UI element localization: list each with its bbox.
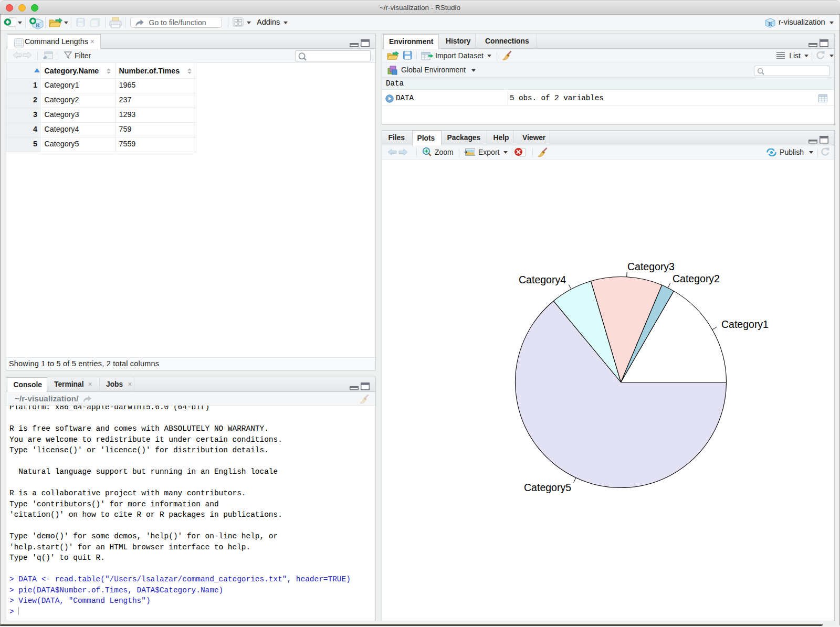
svg-text:R: R xyxy=(768,21,772,27)
svg-text:Category3: Category3 xyxy=(627,261,675,272)
svg-text:Category5: Category5 xyxy=(524,482,571,493)
svg-text:Category1: Category1 xyxy=(721,318,769,330)
svg-text:Category2: Category2 xyxy=(673,273,720,284)
svg-text:Category4: Category4 xyxy=(519,274,566,285)
svg-text:R: R xyxy=(36,22,40,28)
